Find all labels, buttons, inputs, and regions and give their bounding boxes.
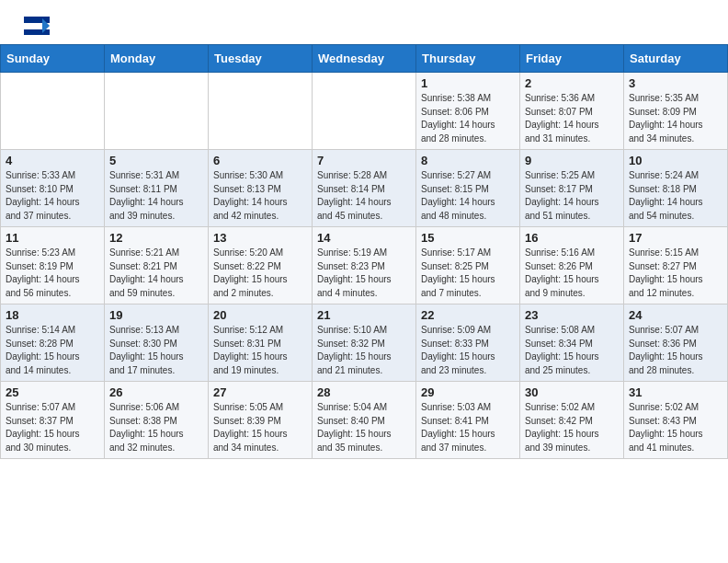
calendar-week-row: 18Sunrise: 5:14 AM Sunset: 8:28 PM Dayli… [1, 304, 728, 382]
calendar-cell: 12Sunrise: 5:21 AM Sunset: 8:21 PM Dayli… [105, 227, 209, 304]
logo [22, 17, 50, 35]
day-info: Sunrise: 5:19 AM Sunset: 8:23 PM Dayligh… [317, 247, 411, 300]
calendar-cell: 7Sunrise: 5:28 AM Sunset: 8:14 PM Daylig… [313, 150, 416, 227]
day-info: Sunrise: 5:14 AM Sunset: 8:28 PM Dayligh… [6, 324, 99, 377]
day-number: 9 [525, 154, 619, 167]
calendar-cell: 22Sunrise: 5:09 AM Sunset: 8:33 PM Dayli… [416, 304, 520, 382]
day-number: 17 [629, 231, 722, 245]
calendar-week-row: 25Sunrise: 5:07 AM Sunset: 8:37 PM Dayli… [1, 382, 728, 459]
day-number: 8 [421, 154, 515, 167]
day-info: Sunrise: 5:04 AM Sunset: 8:40 PM Dayligh… [317, 401, 411, 454]
day-info: Sunrise: 5:07 AM Sunset: 8:37 PM Dayligh… [6, 401, 99, 454]
day-number: 28 [317, 385, 411, 399]
day-info: Sunrise: 5:02 AM Sunset: 8:43 PM Dayligh… [629, 401, 722, 454]
calendar-header-row: SundayMondayTuesdayWednesdayThursdayFrid… [1, 45, 728, 73]
day-info: Sunrise: 5:10 AM Sunset: 8:32 PM Dayligh… [317, 324, 411, 377]
day-number: 23 [525, 308, 619, 322]
calendar-cell: 30Sunrise: 5:02 AM Sunset: 8:42 PM Dayli… [520, 382, 624, 459]
day-info: Sunrise: 5:30 AM Sunset: 8:13 PM Dayligh… [213, 169, 307, 223]
day-info: Sunrise: 5:06 AM Sunset: 8:38 PM Dayligh… [109, 401, 203, 454]
calendar-cell: 16Sunrise: 5:16 AM Sunset: 8:26 PM Dayli… [520, 227, 624, 304]
calendar-cell: 9Sunrise: 5:25 AM Sunset: 8:17 PM Daylig… [520, 150, 624, 227]
calendar-cell: 10Sunrise: 5:24 AM Sunset: 8:18 PM Dayli… [624, 150, 728, 227]
day-number: 21 [317, 308, 411, 322]
day-number: 11 [6, 231, 99, 245]
calendar-cell: 15Sunrise: 5:17 AM Sunset: 8:25 PM Dayli… [416, 227, 520, 304]
calendar-cell: 21Sunrise: 5:10 AM Sunset: 8:32 PM Dayli… [313, 304, 416, 382]
day-number: 31 [629, 385, 722, 399]
calendar-cell: 19Sunrise: 5:13 AM Sunset: 8:30 PM Dayli… [105, 304, 209, 382]
calendar-header-friday: Friday [520, 45, 624, 73]
calendar-week-row: 1Sunrise: 5:38 AM Sunset: 8:06 PM Daylig… [1, 73, 728, 150]
day-info: Sunrise: 5:05 AM Sunset: 8:39 PM Dayligh… [213, 401, 307, 454]
day-number: 7 [317, 154, 411, 167]
day-number: 30 [525, 385, 619, 399]
day-number: 10 [629, 154, 722, 167]
calendar-cell: 2Sunrise: 5:36 AM Sunset: 8:07 PM Daylig… [520, 73, 624, 150]
calendar-cell: 13Sunrise: 5:20 AM Sunset: 8:22 PM Dayli… [209, 227, 313, 304]
calendar-cell: 25Sunrise: 5:07 AM Sunset: 8:37 PM Dayli… [1, 382, 105, 459]
day-info: Sunrise: 5:38 AM Sunset: 8:06 PM Dayligh… [421, 92, 515, 145]
svg-rect-2 [24, 29, 50, 35]
day-info: Sunrise: 5:08 AM Sunset: 8:34 PM Dayligh… [525, 324, 619, 377]
calendar-week-row: 11Sunrise: 5:23 AM Sunset: 8:19 PM Dayli… [1, 227, 728, 304]
day-info: Sunrise: 5:15 AM Sunset: 8:27 PM Dayligh… [629, 247, 722, 300]
calendar-cell: 1Sunrise: 5:38 AM Sunset: 8:06 PM Daylig… [416, 73, 520, 150]
day-info: Sunrise: 5:35 AM Sunset: 8:09 PM Dayligh… [629, 92, 722, 145]
day-number: 5 [109, 154, 203, 167]
day-info: Sunrise: 5:31 AM Sunset: 8:11 PM Dayligh… [109, 169, 203, 223]
calendar-cell [1, 73, 105, 150]
calendar-header-monday: Monday [105, 45, 209, 73]
calendar-cell: 20Sunrise: 5:12 AM Sunset: 8:31 PM Dayli… [209, 304, 313, 382]
day-info: Sunrise: 5:17 AM Sunset: 8:25 PM Dayligh… [421, 247, 515, 300]
day-info: Sunrise: 5:13 AM Sunset: 8:30 PM Dayligh… [109, 324, 203, 377]
day-info: Sunrise: 5:23 AM Sunset: 8:19 PM Dayligh… [6, 247, 99, 300]
day-info: Sunrise: 5:07 AM Sunset: 8:36 PM Dayligh… [629, 324, 722, 377]
calendar-cell [313, 73, 416, 150]
calendar-cell: 29Sunrise: 5:03 AM Sunset: 8:41 PM Dayli… [416, 382, 520, 459]
day-number: 27 [213, 385, 307, 399]
calendar-cell: 24Sunrise: 5:07 AM Sunset: 8:36 PM Dayli… [624, 304, 728, 382]
day-number: 16 [525, 231, 619, 245]
calendar-week-row: 4Sunrise: 5:33 AM Sunset: 8:10 PM Daylig… [1, 150, 728, 227]
day-number: 20 [213, 308, 307, 322]
calendar-table: SundayMondayTuesdayWednesdayThursdayFrid… [0, 44, 728, 459]
day-number: 29 [421, 385, 515, 399]
logo-flag-icon [24, 17, 50, 35]
calendar-cell: 11Sunrise: 5:23 AM Sunset: 8:19 PM Dayli… [1, 227, 105, 304]
day-number: 2 [525, 76, 619, 90]
day-info: Sunrise: 5:09 AM Sunset: 8:33 PM Dayligh… [421, 324, 515, 377]
header [0, 0, 728, 40]
calendar-header-sunday: Sunday [1, 45, 105, 73]
day-number: 3 [629, 76, 722, 90]
day-info: Sunrise: 5:21 AM Sunset: 8:21 PM Dayligh… [109, 247, 203, 300]
calendar-cell [209, 73, 313, 150]
calendar-header-wednesday: Wednesday [313, 45, 416, 73]
calendar-cell [105, 73, 209, 150]
calendar-cell: 31Sunrise: 5:02 AM Sunset: 8:43 PM Dayli… [624, 382, 728, 459]
day-number: 15 [421, 231, 515, 245]
day-info: Sunrise: 5:25 AM Sunset: 8:17 PM Dayligh… [525, 169, 619, 223]
calendar-cell: 5Sunrise: 5:31 AM Sunset: 8:11 PM Daylig… [105, 150, 209, 227]
calendar-cell: 23Sunrise: 5:08 AM Sunset: 8:34 PM Dayli… [520, 304, 624, 382]
calendar-cell: 6Sunrise: 5:30 AM Sunset: 8:13 PM Daylig… [209, 150, 313, 227]
calendar-cell: 14Sunrise: 5:19 AM Sunset: 8:23 PM Dayli… [313, 227, 416, 304]
calendar-cell: 27Sunrise: 5:05 AM Sunset: 8:39 PM Dayli… [209, 382, 313, 459]
day-number: 1 [421, 76, 515, 90]
day-info: Sunrise: 5:33 AM Sunset: 8:10 PM Dayligh… [6, 169, 99, 223]
day-number: 12 [109, 231, 203, 245]
day-info: Sunrise: 5:24 AM Sunset: 8:18 PM Dayligh… [629, 169, 722, 223]
calendar-cell: 4Sunrise: 5:33 AM Sunset: 8:10 PM Daylig… [1, 150, 105, 227]
day-info: Sunrise: 5:03 AM Sunset: 8:41 PM Dayligh… [421, 401, 515, 454]
day-info: Sunrise: 5:20 AM Sunset: 8:22 PM Dayligh… [213, 247, 307, 300]
calendar-header-thursday: Thursday [416, 45, 520, 73]
day-info: Sunrise: 5:36 AM Sunset: 8:07 PM Dayligh… [525, 92, 619, 145]
day-number: 4 [6, 154, 99, 167]
day-number: 6 [213, 154, 307, 167]
calendar-cell: 26Sunrise: 5:06 AM Sunset: 8:38 PM Dayli… [105, 382, 209, 459]
day-info: Sunrise: 5:02 AM Sunset: 8:42 PM Dayligh… [525, 401, 619, 454]
day-number: 19 [109, 308, 203, 322]
day-info: Sunrise: 5:12 AM Sunset: 8:31 PM Dayligh… [213, 324, 307, 377]
calendar-cell: 3Sunrise: 5:35 AM Sunset: 8:09 PM Daylig… [624, 73, 728, 150]
day-number: 26 [109, 385, 203, 399]
